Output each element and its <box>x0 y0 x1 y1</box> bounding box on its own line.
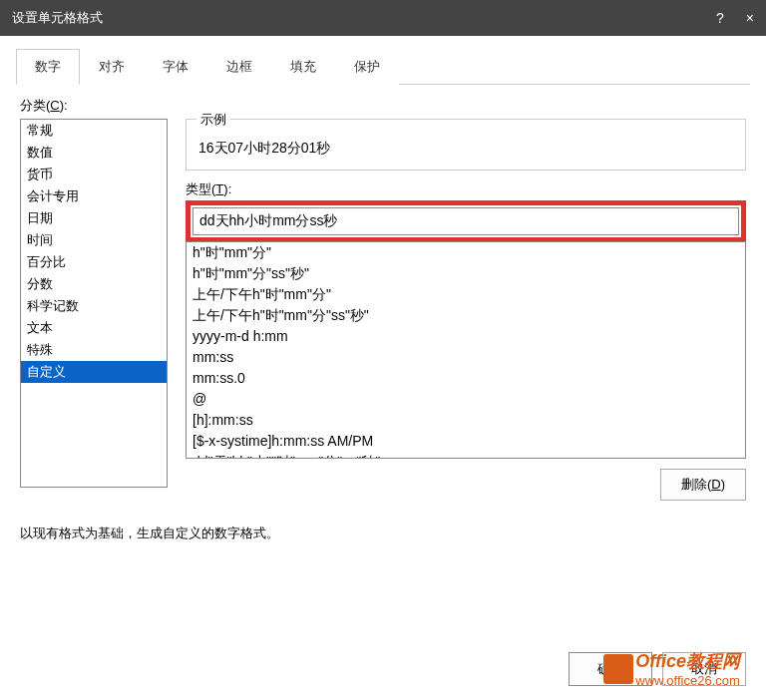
sample-value: 16天07小时28分01秒 <box>198 140 733 158</box>
category-item[interactable]: 时间 <box>21 229 167 251</box>
type-input-highlight <box>186 200 746 242</box>
category-item[interactable]: 科学记数 <box>21 295 167 317</box>
tab-1[interactable]: 对齐 <box>80 49 144 85</box>
category-item[interactable]: 数值 <box>21 142 167 164</box>
format-item[interactable]: 上午/下午h"时"mm"分" <box>187 284 745 305</box>
dialog-footer: 确定 取消 <box>569 652 746 686</box>
category-item[interactable]: 自定义 <box>21 361 167 383</box>
category-item[interactable]: 特殊 <box>21 339 167 361</box>
category-label: 分类(C): <box>20 97 746 115</box>
category-item[interactable]: 日期 <box>21 207 167 229</box>
category-item[interactable]: 文本 <box>21 317 167 339</box>
type-input[interactable] <box>192 207 739 235</box>
tab-4[interactable]: 填充 <box>271 49 335 85</box>
format-item[interactable]: [h]:mm:ss <box>187 410 745 431</box>
category-item[interactable]: 分数 <box>21 273 167 295</box>
window-title: 设置单元格格式 <box>12 9 103 27</box>
tab-2[interactable]: 字体 <box>144 49 207 85</box>
format-item[interactable]: h"时"mm"分"ss"秒" <box>187 263 745 284</box>
cancel-button[interactable]: 取消 <box>662 652 746 686</box>
category-item[interactable]: 会计专用 <box>21 185 167 207</box>
tab-5[interactable]: 保护 <box>335 49 399 85</box>
hint-text: 以现有格式为基础，生成自定义的数字格式。 <box>20 525 746 542</box>
format-item[interactable]: mm:ss.0 <box>187 368 745 389</box>
type-label: 类型(T): <box>186 180 746 198</box>
formats-listbox[interactable]: h"时"mm"分"h"时"mm"分"ss"秒"上午/下午h"时"mm"分"上午/… <box>186 241 746 459</box>
category-listbox[interactable]: 常规数值货币会计专用日期时间百分比分数科学记数文本特殊自定义 <box>20 119 168 488</box>
category-item[interactable]: 常规 <box>21 120 167 142</box>
help-icon[interactable]: ? <box>716 10 724 26</box>
format-item[interactable]: dd"天"hh"小""时"mm"分"ss"秒" <box>187 452 745 459</box>
content-area: 分类(C): 常规数值货币会计专用日期时间百分比分数科学记数文本特殊自定义 示例… <box>0 85 766 554</box>
format-item[interactable]: @ <box>187 389 745 410</box>
tab-0[interactable]: 数字 <box>16 49 80 85</box>
window-controls: ? × <box>716 10 754 26</box>
delete-button[interactable]: 删除(D) <box>660 469 746 501</box>
category-item[interactable]: 百分比 <box>21 251 167 273</box>
close-icon[interactable]: × <box>746 10 754 26</box>
format-item[interactable]: yyyy-m-d h:mm <box>187 326 745 347</box>
format-item[interactable]: h"时"mm"分" <box>187 242 745 263</box>
sample-box: 示例 16天07小时28分01秒 <box>186 119 746 171</box>
titlebar: 设置单元格格式 ? × <box>0 0 766 36</box>
ok-button[interactable]: 确定 <box>569 652 652 686</box>
tabs-row: 数字对齐字体边框填充保护 <box>16 48 750 85</box>
format-item[interactable]: 上午/下午h"时"mm"分"ss"秒" <box>187 305 745 326</box>
format-item[interactable]: [$-x-systime]h:mm:ss AM/PM <box>187 431 745 452</box>
sample-legend: 示例 <box>196 111 230 129</box>
tab-3[interactable]: 边框 <box>207 49 271 85</box>
category-item[interactable]: 货币 <box>21 164 167 185</box>
format-item[interactable]: mm:ss <box>187 347 745 368</box>
